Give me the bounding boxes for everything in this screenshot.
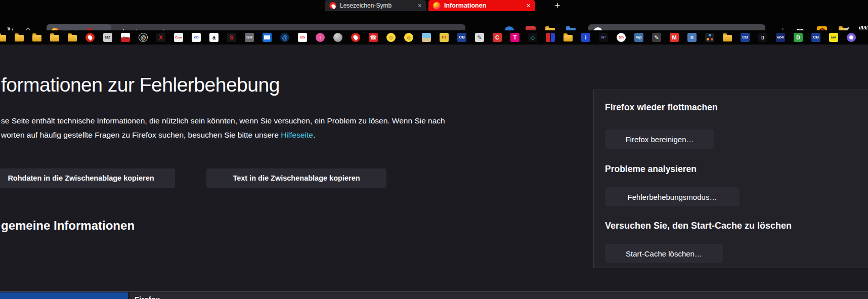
c-site-icon[interactable]: C [493,33,502,42]
cloud-upload-icon[interactable]: ↑ [316,33,325,42]
page-title: formationen zur Fehlerbehebung [1,74,280,96]
m-site-icon[interactable]: M [670,33,679,42]
bookmark-folder-icon[interactable] [563,35,573,41]
sh-site-icon[interactable]: Sh [617,33,626,42]
dots-site-icon[interactable] [705,33,714,42]
sidebar-heading-analyze: Probleme analysieren [605,164,697,175]
tab-lesezeichen[interactable]: Lesezeichen-Symb × [325,0,426,11]
troubleshoot-sidebar-box: Firefox wieder flottmachen Firefox berei… [593,90,868,268]
telekom-icon[interactable]: T [510,33,519,42]
beach-photo-icon[interactable] [422,33,431,42]
general-info-table-row: Firefox [0,291,868,299]
amazon-icon[interactable]: a [209,33,219,42]
bookmark-folder-icon[interactable] [50,35,59,41]
cb-site-icon[interactable]: CB [811,33,820,42]
com-site-icon[interactable]: Com [174,33,183,42]
help-page-link[interactable]: Hilfeseite [281,131,313,139]
ebay-color-icon[interactable]: eb [298,33,307,42]
phone-site-icon[interactable]: ☎ [369,33,378,42]
copy-text-button[interactable]: Text in die Zwischenablage kopieren [206,168,386,188]
bookmark-folder-icon[interactable] [0,35,6,41]
cb-site-icon[interactable]: CB [741,33,750,42]
diamond-site-icon[interactable]: ◇ [528,33,537,42]
intro-text: worten auf häufig gestellte Fragen zu Fi… [1,131,281,139]
tab-bar: Lesezeichen-Symb × Informationen × + [0,0,868,11]
w3-site-icon[interactable]: w³ [599,33,608,42]
navigation-bar: ↻ ⌂ Firefox about:support ✉ G → ↓ ∞ [0,11,868,30]
sidebar-heading-startup-cache: Versuchen Sie, den Start-Cache zu lösche… [605,221,792,231]
at-circle-icon[interactable]: @ [139,33,148,42]
two-figures-icon[interactable] [546,33,555,42]
monitor-icon[interactable] [263,33,272,42]
table-value-cell: Firefox [129,292,868,299]
ebay-icon[interactable]: eb [192,33,201,42]
troubleshoot-mode-button[interactable]: Fehlerbehebungsmodus… [605,187,740,206]
new-tab-button[interactable]: + [552,0,563,11]
clipboard-pencil-icon[interactable]: ✎ [475,33,484,42]
fire-site-icon[interactable] [85,33,95,42]
table-header-cell-highlighted[interactable] [0,292,128,299]
copy-raw-data-button[interactable]: Rohdaten in die Zwischenablage kopieren [0,168,175,188]
sparkasse-icon[interactable]: S [227,33,236,42]
wp-site-icon[interactable]: wp [634,33,643,42]
youtube-icon[interactable]: You [121,33,130,42]
intro-text-line2: worten auf häufig gestellte Fragen zu Fi… [1,131,315,140]
info-site-icon[interactable]: i [581,33,590,42]
firefox-logo-icon [433,2,441,10]
ndr-site-icon[interactable]: NDR [776,33,785,42]
gh-site-icon[interactable]: GH [245,33,254,42]
tab-informationen-active[interactable]: Informationen × [428,0,535,11]
sphere-icon[interactable] [333,33,342,42]
fire-favicon-icon [329,2,336,9]
pin-site-icon[interactable] [847,33,856,42]
fire-site-icon[interactable] [351,33,360,42]
bookmark-folder-icon[interactable] [15,35,24,41]
close-tab-icon[interactable]: × [527,2,531,9]
smiley-icon[interactable]: ☺ [404,33,413,42]
smiley-tongue-icon[interactable]: ☺ [386,33,396,42]
bookmark-folder-icon[interactable] [68,35,77,41]
rocket-swirl-icon[interactable]: @ [280,33,289,42]
refresh-firefox-button[interactable]: Firefox bereinigen… [605,130,714,149]
cb-site-icon[interactable]: CB [457,33,466,42]
b64-site-icon[interactable]: b64 [829,33,838,42]
sidebar-heading-refresh: Firefox wieder flottmachen [605,102,718,113]
d-site-icon[interactable]: D [794,33,803,42]
fritz-site-icon[interactable]: Fz [440,33,449,42]
forum-site-icon[interactable]: ≡ [687,33,697,42]
bracket-site-icon[interactable]: [) [758,33,767,42]
browser-window: Lesezeichen-Symb × Informationen × + ↻ ⌂… [0,0,868,299]
close-tab-icon[interactable]: × [418,2,422,9]
x-site-icon[interactable]: X [156,33,165,42]
section-heading-general: gemeine Informationen [1,219,135,233]
clear-startup-cache-button[interactable]: Start-Cache löschen… [605,244,723,263]
bookmarks-bar: BZYou@XComebaSGH@eb↑☎☺☺FzCB✎CT◇iw³Shwp✎M… [0,30,868,45]
pen-site-icon[interactable]: ✎ [652,33,661,42]
intro-text-end: . [313,131,315,139]
tab-label: Lesezeichen-Symb [340,2,414,9]
bookmark-folder-icon[interactable] [723,35,732,41]
bz-site-icon[interactable]: BZ [103,33,112,42]
tab-label: Informationen [444,2,523,9]
intro-text-line1: se Seite enthält technische Informatione… [1,116,445,125]
bookmark-folder-icon[interactable] [32,35,41,41]
table-value-text: Firefox [129,292,868,299]
